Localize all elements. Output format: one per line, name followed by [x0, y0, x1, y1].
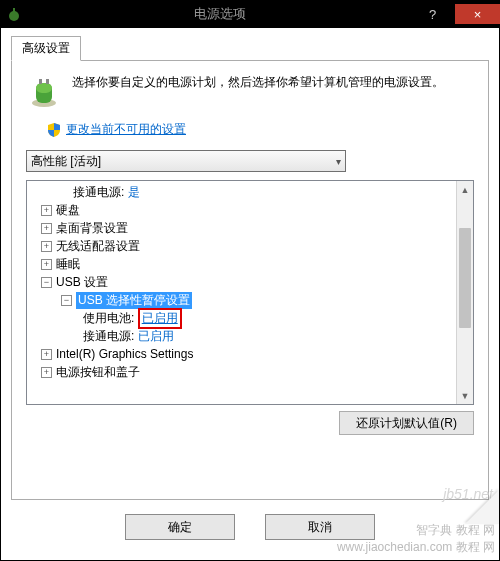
tree-label: 桌面背景设置: [56, 220, 128, 237]
tree-item-intel[interactable]: + Intel(R) Graphics Settings: [27, 345, 473, 363]
advanced-panel: 选择你要自定义的电源计划，然后选择你希望计算机管理的电源设置。 更改当前不可用的…: [11, 60, 489, 500]
settings-tree[interactable]: 接通电源: 是 + 硬盘 + 桌面背景设置 + 无线适配器设置 + 睡眠: [26, 180, 474, 405]
close-button[interactable]: ×: [455, 4, 500, 24]
tree-label: USB 设置: [56, 274, 108, 291]
dialog-body: 高级设置 选择你要自定义的电源计划，然后选择你希望计算机管理的电源设置。: [0, 28, 500, 561]
battery-label: 使用电池:: [83, 310, 134, 327]
expand-icon[interactable]: +: [41, 367, 52, 378]
ac2-value: 已启用: [138, 328, 174, 345]
power-plan-dropdown[interactable]: 高性能 [活动] ▾: [26, 150, 346, 172]
tree-label: 无线适配器设置: [56, 238, 140, 255]
tree-value-ac[interactable]: 接通电源: 是: [27, 183, 473, 201]
tree-item-hdd[interactable]: + 硬盘: [27, 201, 473, 219]
cancel-button[interactable]: 取消: [265, 514, 375, 540]
svg-rect-6: [46, 79, 49, 84]
collapse-icon[interactable]: −: [61, 295, 72, 306]
ok-button[interactable]: 确定: [125, 514, 235, 540]
battery-value-link[interactable]: 已启用: [142, 311, 178, 325]
tree-value-battery[interactable]: 使用电池: 已启用: [27, 309, 473, 327]
tree-item-desktop-bg[interactable]: + 桌面背景设置: [27, 219, 473, 237]
collapse-icon[interactable]: −: [41, 277, 52, 288]
battery-icon: [26, 73, 62, 109]
chevron-down-icon: ▾: [336, 156, 341, 167]
scroll-up-icon[interactable]: ▲: [457, 181, 473, 198]
title-bar: 电源选项 ? ×: [0, 0, 500, 28]
tree-item-usb-suspend[interactable]: − USB 选择性暂停设置: [27, 291, 473, 309]
scroll-thumb[interactable]: [459, 228, 471, 328]
tree-label: Intel(R) Graphics Settings: [56, 347, 193, 361]
tree-label: 睡眠: [56, 256, 80, 273]
window-title: 电源选项: [30, 5, 410, 23]
svg-rect-1: [13, 8, 15, 12]
dropdown-value: 高性能 [活动]: [31, 153, 101, 170]
tree-label: 电源按钮和盖子: [56, 364, 140, 381]
tree-item-powerbtn[interactable]: + 电源按钮和盖子: [27, 363, 473, 381]
expand-icon[interactable]: +: [41, 241, 52, 252]
expand-icon[interactable]: +: [41, 349, 52, 360]
scroll-track[interactable]: [457, 198, 473, 387]
intro-row: 选择你要自定义的电源计划，然后选择你希望计算机管理的电源设置。: [26, 73, 474, 109]
tree-item-usb[interactable]: − USB 设置: [27, 273, 473, 291]
tab-strip: 高级设置: [11, 36, 489, 61]
svg-rect-4: [36, 83, 52, 93]
tree-item-wifi[interactable]: + 无线适配器设置: [27, 237, 473, 255]
expand-icon[interactable]: +: [41, 223, 52, 234]
tab-advanced[interactable]: 高级设置: [11, 36, 81, 61]
svg-point-0: [9, 11, 19, 21]
ac2-label: 接通电源:: [83, 328, 134, 345]
app-icon: [6, 6, 22, 22]
tree-item-sleep[interactable]: + 睡眠: [27, 255, 473, 273]
admin-settings-link[interactable]: 更改当前不可用的设置: [66, 121, 186, 138]
dialog-button-row: 确定 取消: [11, 514, 489, 540]
ac-value: 是: [128, 184, 140, 201]
highlight-box: 已启用: [138, 308, 182, 329]
tree-value-ac2[interactable]: 接通电源: 已启用: [27, 327, 473, 345]
ac-label: 接通电源:: [73, 184, 124, 201]
svg-rect-5: [39, 79, 42, 84]
expand-icon[interactable]: +: [41, 205, 52, 216]
tree-scrollbar[interactable]: ▲ ▼: [456, 181, 473, 404]
expand-icon[interactable]: +: [41, 259, 52, 270]
scroll-down-icon[interactable]: ▼: [457, 387, 473, 404]
restore-defaults-button[interactable]: 还原计划默认值(R): [339, 411, 474, 435]
shield-icon: [46, 122, 62, 138]
tree-label-selected: USB 选择性暂停设置: [76, 292, 192, 309]
tree-label: 硬盘: [56, 202, 80, 219]
admin-link-row: 更改当前不可用的设置: [46, 121, 474, 138]
help-button[interactable]: ?: [410, 4, 455, 24]
intro-text: 选择你要自定义的电源计划，然后选择你希望计算机管理的电源设置。: [72, 73, 444, 109]
